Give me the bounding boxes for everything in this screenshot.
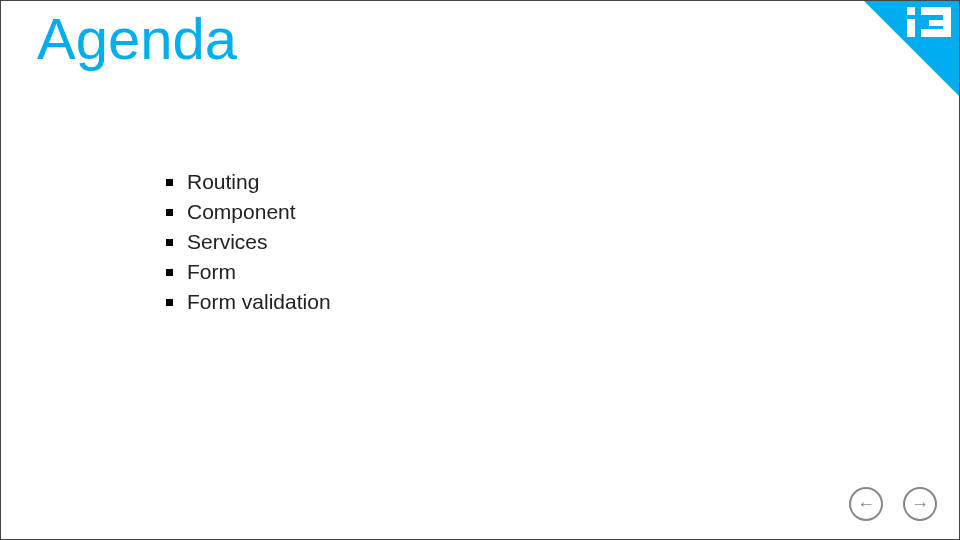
arrow-left-icon: ← (857, 495, 875, 513)
list-item: Form (166, 257, 331, 287)
agenda-list: Routing Component Services Form Form val… (166, 167, 331, 317)
list-item-label: Services (187, 227, 268, 257)
nav-controls: ← → (849, 487, 937, 521)
list-item-label: Component (187, 197, 296, 227)
list-item: Routing (166, 167, 331, 197)
svg-rect-1 (907, 19, 915, 37)
bullet-icon (166, 209, 173, 216)
ig-logo (907, 7, 951, 37)
next-button[interactable]: → (903, 487, 937, 521)
prev-button[interactable]: ← (849, 487, 883, 521)
bullet-icon (166, 179, 173, 186)
list-item-label: Form validation (187, 287, 331, 317)
bullet-icon (166, 269, 173, 276)
bullet-icon (166, 299, 173, 306)
list-item-label: Form (187, 257, 236, 287)
arrow-right-icon: → (911, 495, 929, 513)
list-item: Services (166, 227, 331, 257)
slide: Agenda Routing Component Services Form F… (0, 0, 960, 540)
list-item: Component (166, 197, 331, 227)
list-item-label: Routing (187, 167, 259, 197)
svg-rect-2 (929, 20, 943, 26)
slide-title: Agenda (37, 5, 237, 72)
svg-rect-0 (907, 7, 915, 15)
list-item: Form validation (166, 287, 331, 317)
bullet-icon (166, 239, 173, 246)
